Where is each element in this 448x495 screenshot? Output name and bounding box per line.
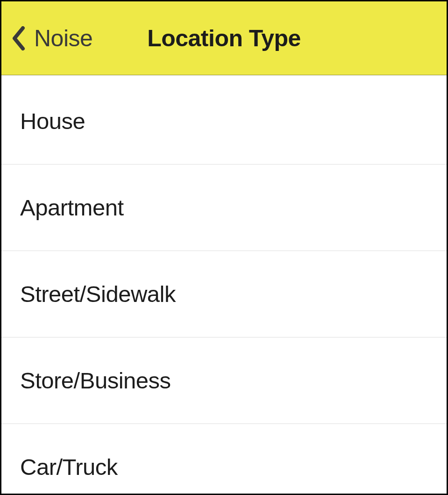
list-item-car-truck[interactable]: Car/Truck: [1, 424, 447, 495]
back-label: Noise: [34, 25, 92, 52]
list-item-label: Apartment: [20, 195, 124, 220]
list-item-label: Store/Business: [20, 368, 171, 393]
navigation-header: Noise Location Type: [1, 1, 447, 75]
list-item-store-business[interactable]: Store/Business: [1, 337, 447, 424]
list-item-label: House: [20, 108, 85, 134]
list-item-apartment[interactable]: Apartment: [1, 165, 447, 251]
list-item-street-sidewalk[interactable]: Street/Sidewalk: [1, 251, 447, 337]
list-item-house[interactable]: House: [1, 75, 447, 165]
list-item-label: Car/Truck: [20, 454, 118, 480]
location-type-list: House Apartment Street/Sidewalk Store/Bu…: [1, 75, 447, 495]
chevron-left-icon: [11, 26, 26, 50]
back-button[interactable]: Noise: [11, 25, 92, 52]
list-item-label: Street/Sidewalk: [20, 281, 176, 307]
